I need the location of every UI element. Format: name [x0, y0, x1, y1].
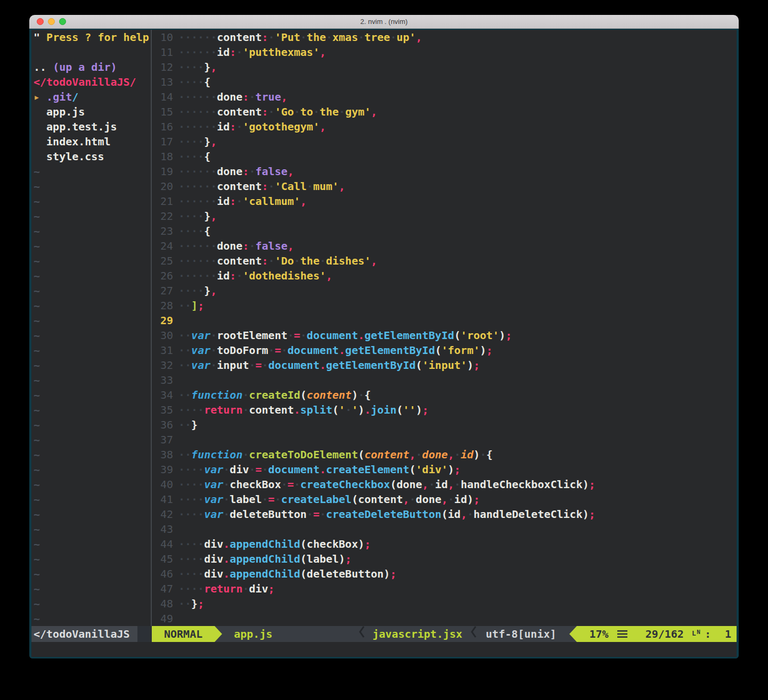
code-token: ) — [583, 478, 589, 491]
code-line-44[interactable]: 44····div.appendChild(checkBox); — [152, 537, 737, 551]
line-number: 25 — [152, 253, 178, 268]
code-line-25[interactable]: 25······content:·'Do·the·dishes', — [152, 253, 737, 268]
code-line-27[interactable]: 27····}, — [152, 283, 737, 298]
tree-up-dir[interactable]: .. (up a dir) — [34, 60, 151, 75]
code-line-15[interactable]: 15······content:·'Go·to·the·gym', — [152, 104, 737, 119]
tree-item-index-html[interactable]: index.html — [34, 134, 151, 149]
code-token: ; — [473, 493, 480, 506]
minimize-button[interactable] — [48, 18, 55, 25]
code-token: 'callmum' — [242, 195, 300, 208]
code-token: createCheckbox — [300, 478, 390, 491]
code-line-39[interactable]: 39····var·div·=·document.createElement('… — [152, 462, 737, 477]
code-line-38[interactable]: 38··function·createToDoElement(content,·… — [152, 447, 737, 462]
code-line-35[interactable]: 35····return·content.split('·').join('')… — [152, 402, 737, 417]
code-token: 'Call — [275, 180, 307, 193]
code-line-41[interactable]: 41····var·label·=·createLabel(content,·d… — [152, 492, 737, 507]
code-token: · — [268, 105, 275, 118]
command-line[interactable] — [31, 642, 737, 657]
code-token: · — [223, 463, 230, 476]
code-token: ] — [191, 299, 198, 312]
code-line-47[interactable]: 47····return·div; — [152, 581, 737, 596]
code-token: · — [288, 329, 294, 342]
code-token: ~ — [34, 374, 40, 386]
code-line-16[interactable]: 16······id:·'gotothegym', — [152, 119, 737, 134]
code-token: getElementById — [345, 344, 435, 357]
code-token: ) — [352, 389, 358, 401]
nerdtree-panel[interactable]: " Press ? for help.. (up a dir)</todoVan… — [31, 30, 151, 626]
code-token: 'putthexmas' — [242, 46, 320, 59]
tree-root[interactable]: </todoVanillaJS/ — [34, 75, 151, 89]
code-line-21[interactable]: 21······id:·'callmum', — [152, 194, 737, 209]
code-line-17[interactable]: 17····}, — [152, 134, 737, 149]
code-token: ···· — [178, 582, 204, 595]
code-line-23[interactable]: 23····{ — [152, 224, 737, 238]
code-line-29[interactable]: 29 — [152, 313, 737, 328]
code-line-18[interactable]: 18····{ — [152, 149, 737, 164]
statusline-filetype: javascript.jsx — [373, 626, 463, 642]
code-line-12[interactable]: 12····}, — [152, 60, 737, 75]
code-line-24[interactable]: 24······done:·false, — [152, 238, 737, 253]
code-line-33[interactable]: 33 — [152, 373, 737, 388]
chevron-left-icon — [470, 626, 477, 642]
code-line-28[interactable]: 28··]; — [152, 298, 737, 313]
code-token: ) — [499, 329, 505, 342]
zoom-button[interactable] — [59, 18, 66, 25]
close-button[interactable] — [37, 18, 44, 25]
code-token: · — [294, 254, 300, 267]
code-token: · — [242, 448, 249, 461]
code-line-32[interactable]: 32··var·input·=·document.getElementById(… — [152, 358, 737, 373]
code-line-37[interactable]: 37 — [152, 432, 737, 447]
line-number: 47 — [152, 581, 178, 596]
code-token: </todoVanillaJS/ — [34, 76, 136, 88]
line-number: 42 — [152, 507, 178, 522]
line-number: 17 — [152, 134, 178, 149]
code-line-20[interactable]: 20······content:·'Call·mum', — [152, 179, 737, 194]
code-buffer[interactable]: 10······content:·'Put·the·xmas·tree·up',… — [152, 30, 737, 626]
statusline-spacer — [273, 626, 357, 642]
code-line-48[interactable]: 48··}; — [152, 596, 737, 611]
code-line-46[interactable]: 46····div.appendChild(deleteButton); — [152, 566, 737, 581]
code-token: : — [262, 254, 268, 267]
code-line-45[interactable]: 45····div.appendChild(label); — [152, 551, 737, 566]
code-line-31[interactable]: 31··var·toDoForm·=·document.getElementBy… — [152, 343, 737, 358]
code-token: to — [300, 105, 313, 118]
code-token: . — [320, 463, 326, 476]
tree-help[interactable]: " Press ? for help — [34, 30, 151, 45]
code-token: = — [256, 359, 262, 372]
tree-item-app-js[interactable]: app.js — [34, 104, 151, 119]
tree-item-style-css[interactable]: style.css — [34, 149, 151, 164]
code-line-11[interactable]: 11······id:·'putthexmas', — [152, 45, 737, 60]
code-token: label — [307, 553, 339, 565]
tree-item-app-test-js[interactable]: app.test.js — [34, 119, 151, 134]
chevron-left-icon — [358, 626, 365, 642]
code-token: id — [448, 508, 461, 521]
code-line-19[interactable]: 19······done:·false, — [152, 164, 737, 179]
code-line-30[interactable]: 30··var·rootElement·=·document.getElemen… — [152, 328, 737, 343]
code-token: { — [486, 448, 493, 461]
code-line-42[interactable]: 42····var·deleteButton·=·createDeleteBut… — [152, 507, 737, 522]
code-line-43[interactable]: 43 — [152, 522, 737, 537]
code-line-13[interactable]: 13····{ — [152, 75, 737, 89]
code-line-40[interactable]: 40····var·checkBox·=·createCheckbox(done… — [152, 477, 737, 492]
code-line-36[interactable]: 36··} — [152, 417, 737, 432]
code-line-34[interactable]: 34··function·createId(content)·{ — [152, 388, 737, 402]
code-line-49[interactable]: 49 — [152, 611, 737, 626]
code-token: div — [249, 582, 268, 595]
code-token: createDeleteButton — [326, 508, 442, 521]
empty-line-tilde: ~ — [34, 328, 151, 343]
code-line-26[interactable]: 26······id:·'dothedishes', — [152, 268, 737, 283]
code-line-10[interactable]: 10······content:·'Put·the·xmas·tree·up', — [152, 30, 737, 45]
code-line-22[interactable]: 22····}, — [152, 209, 737, 224]
code-token: { — [364, 389, 371, 401]
code-token: ~ — [34, 389, 40, 401]
code-token: ( — [300, 553, 307, 565]
code-token: ~ — [34, 329, 40, 342]
window-titlebar[interactable]: 2. nvim . (nvim) — [29, 15, 739, 29]
tree-item-git[interactable]: ▸ .git/ — [34, 89, 151, 104]
line-number: 27 — [152, 283, 178, 298]
code-line-14[interactable]: 14······done:·true, — [152, 89, 737, 104]
code-token: checkBox — [307, 538, 358, 550]
line-number: 32 — [152, 358, 178, 373]
code-token: ·· — [178, 299, 191, 312]
empty-line-tilde: ~ — [34, 238, 151, 253]
